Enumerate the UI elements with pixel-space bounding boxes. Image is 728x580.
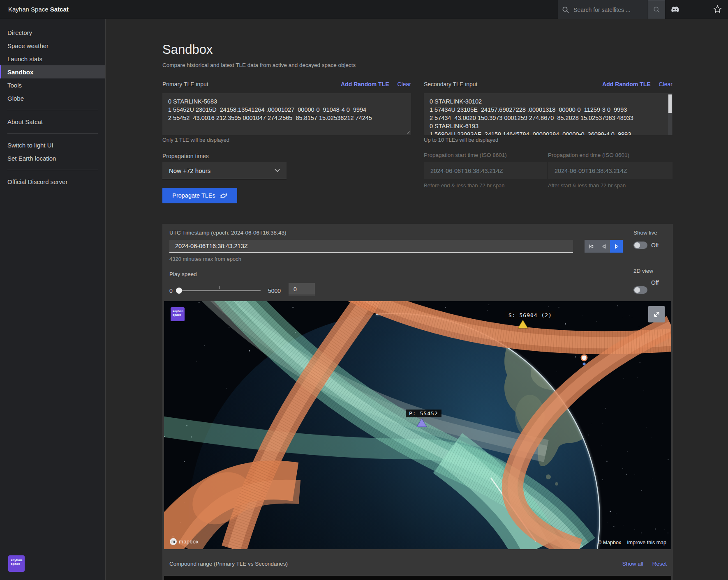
brand-title[interactable]: Kayhan Space Satcat <box>8 6 69 13</box>
propagation-end-input[interactable] <box>548 162 673 179</box>
skip-to-start-button[interactable] <box>585 240 597 253</box>
sidebar-item-label: Switch to light UI <box>7 142 53 149</box>
brand-prefix: Kayhan Space <box>8 6 50 13</box>
compound-range-chart-strip <box>164 576 671 580</box>
primary-clear-link[interactable]: Clear <box>398 81 411 87</box>
secondary-add-random-tle-link[interactable]: Add Random TLE <box>602 81 650 87</box>
2d-view-toggle[interactable] <box>633 286 647 294</box>
search-input[interactable] <box>573 0 648 19</box>
utc-helper: 4320 minutes max from epoch <box>169 256 241 262</box>
play-button[interactable] <box>610 240 623 253</box>
primary-add-random-tle-link[interactable]: Add Random TLE <box>341 81 389 87</box>
discord-icon[interactable] <box>671 5 679 14</box>
propagation-times-value: Now +72 hours <box>169 167 210 174</box>
propagation-start-input[interactable] <box>424 162 547 179</box>
mapbox-wordmark: mapbox <box>179 539 199 545</box>
search-submit-button[interactable] <box>648 0 665 19</box>
play-speed-slider-track[interactable] <box>178 290 261 291</box>
sidebar-item-label: Globe <box>7 95 24 102</box>
globe-rendering <box>164 301 671 549</box>
sidebar-item-label: Space weather <box>7 42 49 49</box>
sidebar-item-label: Directory <box>7 29 32 36</box>
propagation-end-helper: After start & less than 72 hr span <box>548 182 626 189</box>
play-icon <box>613 243 620 250</box>
mapbox-logo[interactable]: m mapbox <box>170 538 199 545</box>
2d-view-state: Off <box>651 279 659 286</box>
skip-start-icon <box>587 243 595 250</box>
sidebar-item-sandbox[interactable]: Sandbox <box>0 65 105 78</box>
sidebar-item-label: About Satcat <box>7 118 43 125</box>
sidebar-item-switch-light-ui[interactable]: Switch to light UI <box>0 138 105 152</box>
sidebar-item-launch-stats[interactable]: Launch stats <box>0 52 105 65</box>
sidebar-item-set-earth-location[interactable]: Set Earth location <box>0 152 105 165</box>
sidebar-divider <box>7 110 98 110</box>
kayhan-space-map-logo: kayhan space <box>171 307 185 321</box>
page-title: Sandbox <box>162 42 213 57</box>
toggle-knob <box>634 287 640 293</box>
brand-bold: Satcat <box>50 6 69 13</box>
show-all-link[interactable]: Show all <box>622 561 643 567</box>
sidebar-item-label: Set Earth location <box>7 155 56 162</box>
top-bar: Kayhan Space Satcat <box>0 0 728 19</box>
ground-point-dot <box>583 363 586 366</box>
primary-tle-textarea[interactable]: 0 STARLINK-5683 1 55452U 23015D 24158.13… <box>162 93 411 135</box>
mapbox-copyright-link[interactable]: © Mapbox <box>598 540 621 545</box>
logo-text: kayhan. <box>11 558 25 562</box>
secondary-clear-link[interactable]: Clear <box>659 81 673 87</box>
search-icon <box>653 6 660 13</box>
play-speed-input[interactable] <box>289 283 315 295</box>
primary-marker-label: P: 55452 <box>406 410 441 417</box>
primary-tle-label: Primary TLE input <box>162 81 208 87</box>
play-speed-slider-thumb[interactable] <box>176 288 182 294</box>
reset-link[interactable]: Reset <box>652 561 667 567</box>
textarea-scrollbar[interactable] <box>668 94 672 135</box>
step-back-button[interactable] <box>597 240 610 253</box>
globe-map-canvas[interactable]: S: 56904 (2) P: 55452 kayhan space m map… <box>164 301 671 549</box>
logo-text: space <box>173 313 185 317</box>
textarea-resize-handle[interactable] <box>406 130 410 134</box>
compound-range-label: Compound range (Primary TLE vs Secondari… <box>169 561 288 567</box>
fullscreen-expand-button[interactable] <box>648 306 665 322</box>
search-bar <box>558 0 665 19</box>
map-attribution: © Mapbox Improve this map <box>598 540 666 545</box>
secondary-tle-helper: Up to 10 TLEs will be displayed <box>424 137 498 143</box>
primary-tle-helper: Only 1 TLE will be displayed <box>162 137 229 143</box>
improve-map-link[interactable]: Improve this map <box>627 540 666 545</box>
secondary-tle-textarea[interactable]: 0 STARLINK-30102 1 57434U 23105E 24157.6… <box>424 93 673 135</box>
slider-tick <box>220 286 220 289</box>
scrollbar-thumb[interactable] <box>668 94 672 113</box>
propagation-end-label: Propagation end time (ISO 8601) <box>548 152 629 158</box>
propagate-tles-label: Propagate TLEs <box>172 192 215 199</box>
compound-range-header: Compound range (Primary TLE vs Secondari… <box>169 561 667 567</box>
sidebar-item-label: Launch stats <box>7 55 42 62</box>
kayhan-space-logo[interactable]: kayhan. space <box>8 555 25 572</box>
show-live-state: Off <box>651 242 659 249</box>
sidebar-item-globe[interactable]: Globe <box>0 92 105 105</box>
orbit-globe-icon <box>220 192 227 200</box>
propagation-start-label: Propagation start time (ISO 8601) <box>424 152 507 158</box>
sidebar-item-official-discord[interactable]: Official Discord server <box>0 175 105 188</box>
sidebar-item-space-weather[interactable]: Space weather <box>0 39 105 52</box>
sidebar-item-tools[interactable]: Tools <box>0 78 105 92</box>
sidebar-divider <box>7 170 98 170</box>
favorites-star-icon[interactable] <box>713 5 722 14</box>
propagate-tles-button[interactable]: Propagate TLEs <box>162 188 237 203</box>
utc-timestamp-input[interactable] <box>169 240 573 253</box>
secondary-marker-label: S: 56904 (2) <box>505 311 555 319</box>
secondary-tle-label: Secondary TLE input <box>424 81 478 87</box>
secondary-satellite-marker[interactable] <box>518 320 528 328</box>
primary-tle-header: Primary TLE input Add Random TLE Clear <box>162 81 411 87</box>
2d-view-label: 2D view <box>633 268 653 274</box>
playback-controls <box>585 240 623 253</box>
ground-point-marker[interactable] <box>581 355 587 361</box>
toggle-knob <box>634 242 640 248</box>
propagation-times-label: Propagation times <box>162 153 209 159</box>
sidebar: Directory Space weather Launch stats San… <box>0 19 106 580</box>
show-live-toggle[interactable] <box>633 242 647 249</box>
utc-timestamp-label: UTC Timestamp (epoch: 2024-06-06T16:38:4… <box>169 230 286 236</box>
sidebar-item-directory[interactable]: Directory <box>0 26 105 39</box>
speed-min-label: 0 <box>169 288 173 294</box>
sidebar-item-label: Tools <box>7 82 22 89</box>
sidebar-item-about-satcat[interactable]: About Satcat <box>0 115 105 128</box>
propagation-times-select[interactable]: Now +72 hours <box>162 162 287 179</box>
